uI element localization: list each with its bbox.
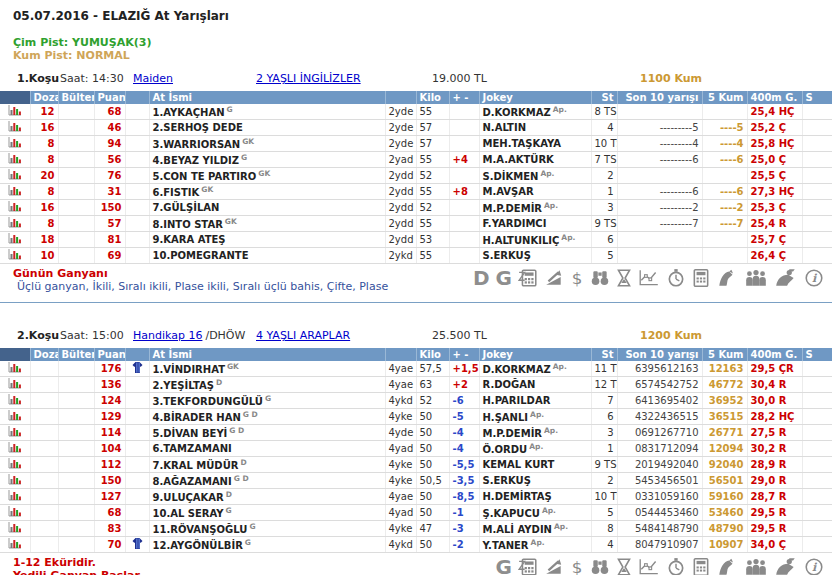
form-chart-icon[interactable] <box>0 168 30 184</box>
form-chart-icon[interactable] <box>0 409 30 425</box>
form-chart-icon[interactable] <box>0 441 30 457</box>
last10-results-cell: 6574542752 <box>617 377 702 393</box>
dollar-icon[interactable]: $ <box>570 268 584 288</box>
calculator-icon[interactable] <box>692 557 710 575</box>
start-box-cell: 7 <box>591 393 617 409</box>
jockey-icon[interactable] <box>774 557 798 575</box>
bulten-cell <box>58 152 94 168</box>
g400-time-cell: 27,5 R <box>747 425 802 441</box>
race-type-link[interactable]: Handikap 16 <box>133 329 202 342</box>
kilo-cell: 53 <box>416 232 449 248</box>
form-chart-icon[interactable] <box>0 248 30 264</box>
horse-name-cell: 8.AĞAZAMANIG D <box>149 473 385 489</box>
form-chart-icon[interactable] <box>0 104 30 120</box>
dozaj-cell: 8 <box>30 216 58 232</box>
puan-cell: 57 <box>94 216 125 232</box>
jersey-cell-empty <box>125 152 149 168</box>
bulten-cell <box>58 120 94 136</box>
race-category-link[interactable]: 4 YAŞLI ARAPLAR <box>256 329 350 342</box>
cim-pist-status: Çim Pist: YUMUŞAK(3) <box>13 36 832 49</box>
race-type-link[interactable]: Maiden <box>133 72 173 85</box>
age-cell: 2ydd <box>385 168 416 184</box>
ganyan-calculator-icon[interactable] <box>518 557 538 575</box>
form-chart-icon[interactable] <box>0 393 30 409</box>
kilo-cell: 55 <box>416 152 449 168</box>
race-footer: Günün GanyanıÜçlü ganyan, İkili, Sıralı … <box>0 267 832 297</box>
jersey-cell-empty <box>125 473 149 489</box>
stopwatch-icon[interactable] <box>666 557 686 575</box>
races-container: 1.KoşuSaat: 14:30Maiden2 YAŞLI İNGİLİZLE… <box>0 72 832 575</box>
form-chart-icon[interactable] <box>0 152 30 168</box>
horse-name-cell: 9.ULUÇAKARD <box>149 489 385 505</box>
stopwatch-icon[interactable] <box>666 268 686 288</box>
horse-row: 8578.INTO STARGK2ydd55F.YARDIMCI9 TS----… <box>0 216 832 232</box>
jersey-cell-empty <box>125 120 149 136</box>
form-chart-icon[interactable] <box>0 216 30 232</box>
horse-icon[interactable] <box>716 268 738 288</box>
form-chart-icon[interactable] <box>0 425 30 441</box>
column-header-kum5: 5 Kum <box>702 91 747 104</box>
column-header-son10: Son 10 yarışı <box>617 348 702 361</box>
form-chart-icon[interactable] <box>0 489 30 505</box>
form-chart-icon[interactable] <box>0 136 30 152</box>
daily-double-icon[interactable]: D <box>473 268 490 288</box>
ganyan-calculator-icon[interactable] <box>518 268 538 288</box>
ganyan-icon[interactable]: G <box>496 268 512 288</box>
horse-icon[interactable] <box>716 557 738 575</box>
kilo-cell: 50 <box>416 425 449 441</box>
form-chart-icon[interactable] <box>0 521 30 537</box>
handicap-change-cell: -1 <box>449 505 479 521</box>
calculator-icon[interactable] <box>692 268 710 288</box>
form-chart-icon[interactable] <box>0 361 30 377</box>
column-header-kilo: Kilo <box>416 91 449 104</box>
performance-chart-icon[interactable] <box>638 557 660 575</box>
race-category-link[interactable]: 2 YAŞLI İNGİLİZLER <box>256 72 361 85</box>
horse-name-cell: 9.KARA ATEŞ <box>149 232 385 248</box>
g400-time-cell: 25,2 Ç <box>747 120 802 136</box>
info-icon[interactable]: i <box>804 268 824 288</box>
kilo-cell: 55 <box>416 248 449 264</box>
hourglass-icon[interactable] <box>616 268 632 288</box>
horse-row: 1362.YEŞİLTAŞD4yae63+2R.DOĞAN12 TS657454… <box>0 377 832 393</box>
puan-cell: 112 <box>94 457 125 473</box>
form-chart-icon[interactable] <box>0 377 30 393</box>
age-cell: 4yke <box>385 473 416 489</box>
form-chart-icon[interactable] <box>0 505 30 521</box>
race-number: 2.Koşu <box>17 329 59 342</box>
form-chart-icon[interactable] <box>0 473 30 489</box>
form-arrow-icon[interactable] <box>544 268 564 288</box>
binoculars-icon[interactable] <box>590 268 610 288</box>
race-type-suffix: /DHÖW <box>205 329 245 342</box>
last-cell <box>802 457 832 473</box>
column-header-blank <box>0 91 30 104</box>
jersey-cell-empty <box>125 104 149 120</box>
last10-results-cell <box>617 232 702 248</box>
horse-row: 1145.DİVAN BEYİG D4yde50-4M.P.DEMİRAp.30… <box>0 425 832 441</box>
dollar-icon[interactable]: $ <box>570 557 584 575</box>
jockey-cell: H.ŞANLIAp. <box>479 409 591 425</box>
last5-sand-cell: 36515 <box>702 409 747 425</box>
form-arrow-icon[interactable] <box>544 557 564 575</box>
form-chart-icon[interactable] <box>0 232 30 248</box>
crowd-icon[interactable] <box>744 557 768 575</box>
ganyan-icon[interactable]: G <box>496 557 512 575</box>
race-footer: 1-12 Eküridir.Yedili Ganyan BaşlarYedili… <box>0 556 832 575</box>
form-chart-icon[interactable] <box>0 184 30 200</box>
hourglass-icon[interactable] <box>616 557 632 575</box>
form-chart-icon[interactable] <box>0 457 30 473</box>
info-icon[interactable]: i <box>804 557 824 575</box>
dozaj-cell <box>30 457 58 473</box>
form-chart-icon[interactable] <box>0 120 30 136</box>
last5-sand-cell: 59160 <box>702 489 747 505</box>
performance-chart-icon[interactable] <box>638 268 660 288</box>
form-chart-icon[interactable] <box>0 200 30 216</box>
jockey-icon[interactable] <box>774 268 798 288</box>
bulten-cell <box>58 184 94 200</box>
jockey-cell: MEH.TAŞKAYA <box>479 136 591 152</box>
crowd-icon[interactable] <box>744 268 768 288</box>
handicap-change-cell: -8,5 <box>449 489 479 505</box>
binoculars-icon[interactable] <box>590 557 610 575</box>
form-chart-icon[interactable] <box>0 537 30 553</box>
age-cell: 2yde <box>385 136 416 152</box>
puan-cell: 31 <box>94 184 125 200</box>
